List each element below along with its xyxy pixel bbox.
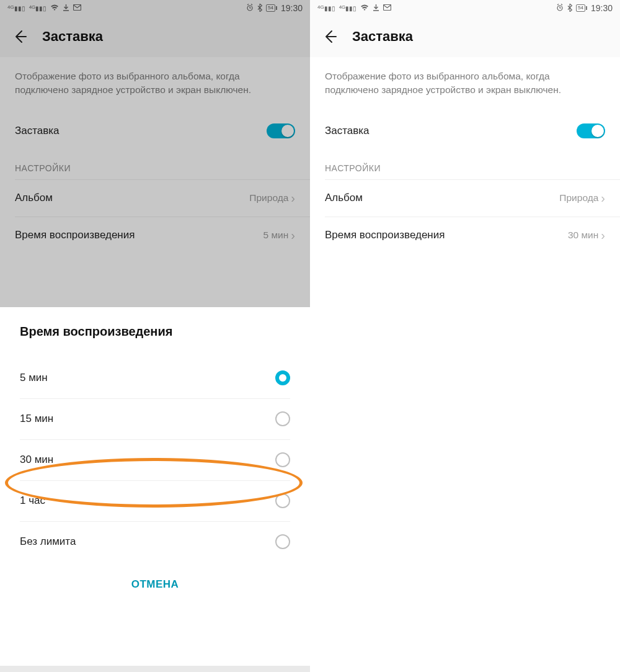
battery-icon: 54 xyxy=(576,4,587,12)
radio-unselected-icon xyxy=(275,534,290,549)
option-label: 15 мин xyxy=(20,413,53,425)
phone-screenshot-left: 4G▮▮▯ 4G▮▮▯ 54 19:30 Зас xyxy=(0,0,310,672)
option-30min[interactable]: 30 мин xyxy=(0,439,310,480)
option-label: 1 час xyxy=(20,495,45,507)
screensaver-toggle-row[interactable]: Заставка xyxy=(0,112,310,150)
bluetooth-icon xyxy=(257,4,262,13)
app-header: Заставка xyxy=(0,16,310,57)
signal-1-icon: 4G▮▮▯ xyxy=(317,4,335,12)
chevron-right-icon: › xyxy=(291,229,295,241)
description-text: Отображение фото из выбранного альбома, … xyxy=(0,57,310,112)
album-label: Альбом xyxy=(15,192,53,204)
radio-unselected-icon xyxy=(275,493,290,508)
wifi-icon xyxy=(50,4,59,12)
playback-time-dialog: Время воспроизведения 5 мин 15 мин 30 ми… xyxy=(0,307,310,672)
playback-label: Время воспроизведения xyxy=(325,229,445,241)
settings-section-title: НАСТРОЙКИ xyxy=(310,150,620,179)
back-button[interactable] xyxy=(12,29,27,44)
alarm-icon xyxy=(246,4,254,12)
phone-screenshot-right: 4G▮▮▯ 4G▮▮▯ 54 19:30 Зас xyxy=(310,0,620,672)
album-label: Альбом xyxy=(325,192,363,204)
app-header: Заставка xyxy=(310,16,620,57)
option-5min[interactable]: 5 мин xyxy=(0,357,310,398)
option-15min[interactable]: 15 мин xyxy=(0,398,310,439)
signal-1-icon: 4G▮▮▯ xyxy=(7,4,25,12)
description-text: Отображение фото из выбранного альбома, … xyxy=(310,57,620,112)
playback-value: 5 мин xyxy=(264,230,289,241)
playback-label: Время воспроизведения xyxy=(15,229,135,241)
download-icon xyxy=(373,4,379,12)
chevron-right-icon: › xyxy=(601,229,605,241)
radio-unselected-icon xyxy=(275,452,290,467)
toggle-label: Заставка xyxy=(15,125,60,137)
status-time: 19:30 xyxy=(591,3,613,13)
toggle-label: Заставка xyxy=(325,125,370,137)
dialog-footer-shadow xyxy=(0,666,310,672)
album-row[interactable]: Альбом Природа› xyxy=(310,179,620,217)
battery-icon: 54 xyxy=(266,4,277,12)
dialog-title: Время воспроизведения xyxy=(0,325,310,357)
cancel-button[interactable]: ОТМЕНА xyxy=(0,562,310,607)
download-icon xyxy=(63,4,69,12)
wifi-icon xyxy=(360,4,369,12)
radio-unselected-icon xyxy=(275,411,290,426)
playback-value: 30 мин xyxy=(568,230,598,241)
status-bar: 4G▮▮▯ 4G▮▮▯ 54 19:30 xyxy=(310,0,620,16)
playback-time-row[interactable]: Время воспроизведения 5 мин› xyxy=(0,217,310,254)
signal-2-icon: 4G▮▮▯ xyxy=(339,4,357,12)
screensaver-toggle[interactable] xyxy=(267,123,295,138)
option-label: 5 мин xyxy=(20,372,48,384)
page-title: Заставка xyxy=(352,29,413,45)
album-value: Природа xyxy=(249,192,288,204)
screensaver-toggle-row[interactable]: Заставка xyxy=(310,112,620,150)
status-bar: 4G▮▮▯ 4G▮▮▯ 54 19:30 xyxy=(0,0,310,16)
chevron-right-icon: › xyxy=(601,192,605,204)
page-title: Заставка xyxy=(42,29,103,45)
option-label: 30 мин xyxy=(20,454,53,466)
playback-time-row[interactable]: Время воспроизведения 30 мин› xyxy=(310,217,620,254)
settings-section-title: НАСТРОЙКИ xyxy=(0,150,310,179)
bluetooth-icon xyxy=(567,4,572,13)
back-button[interactable] xyxy=(322,29,337,44)
radio-selected-icon xyxy=(275,370,290,385)
mail-icon xyxy=(383,4,391,12)
option-unlimited[interactable]: Без лимита xyxy=(0,521,310,562)
alarm-icon xyxy=(556,4,564,12)
album-value: Природа xyxy=(559,192,598,204)
mail-icon xyxy=(73,4,81,12)
option-label: Без лимита xyxy=(20,535,76,548)
signal-2-icon: 4G▮▮▯ xyxy=(29,4,47,12)
album-row[interactable]: Альбом Природа› xyxy=(0,179,310,217)
chevron-right-icon: › xyxy=(291,192,295,204)
screensaver-toggle[interactable] xyxy=(577,123,605,138)
option-1hour[interactable]: 1 час xyxy=(0,480,310,521)
status-time: 19:30 xyxy=(281,3,303,13)
